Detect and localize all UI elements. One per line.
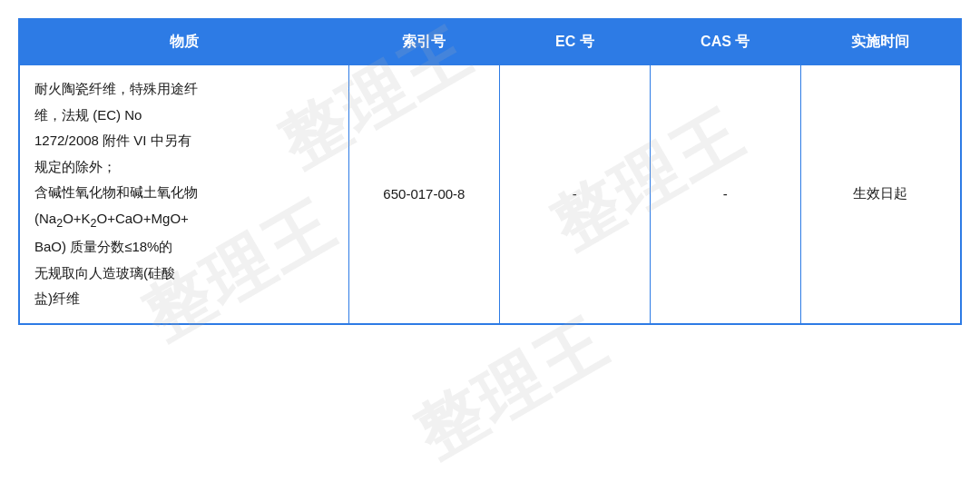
cell-cas-num: -	[650, 65, 800, 324]
cell-substance: 耐火陶瓷纤维，特殊用途纤 维，法规 (EC) No 1272/2008 附件 V…	[20, 65, 349, 324]
col-header-ec: EC 号	[499, 20, 650, 65]
cell-ec-num: -	[499, 65, 650, 324]
table-header-row: 物质 索引号 EC 号 CAS 号 实施时间	[20, 20, 961, 65]
table-row: 耐火陶瓷纤维，特殊用途纤 维，法规 (EC) No 1272/2008 附件 V…	[20, 65, 961, 324]
watermark-text-4: 整理王	[400, 299, 622, 477]
col-header-date: 实施时间	[800, 20, 960, 65]
col-header-cas: CAS 号	[650, 20, 800, 65]
cell-date: 生效日起	[800, 65, 960, 324]
col-header-substance: 物质	[20, 20, 349, 65]
data-table: 物质 索引号 EC 号 CAS 号 实施时间 耐火陶瓷纤维，特殊用途纤 维，法规…	[19, 19, 961, 324]
main-table-wrapper: 物质 索引号 EC 号 CAS 号 实施时间 耐火陶瓷纤维，特殊用途纤 维，法规…	[18, 18, 962, 325]
col-header-index: 索引号	[348, 20, 499, 65]
cell-index-num: 650-017-00-8	[348, 65, 499, 324]
